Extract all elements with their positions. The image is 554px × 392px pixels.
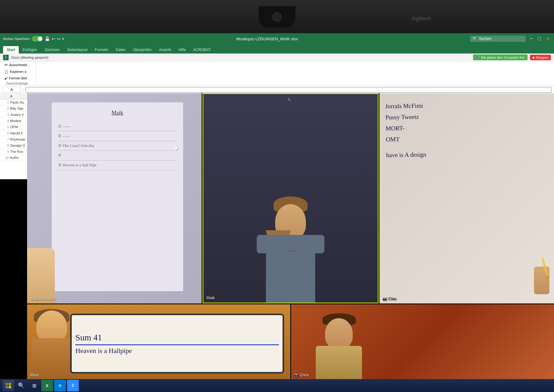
cell-row-4[interactable]: 4 Modest bbox=[0, 118, 27, 124]
start-button[interactable] bbox=[2, 380, 14, 391]
cell-a5: OPM bbox=[10, 125, 18, 129]
maik-name-label: Maik bbox=[207, 295, 215, 300]
redo-icon[interactable]: ↪ bbox=[57, 37, 60, 41]
cell-a3: Justice V bbox=[10, 113, 24, 117]
video-tile-mark: Sum 41 Heaven is a Hallpipe Mark bbox=[27, 304, 290, 380]
chris-name-label: 📷 Chris bbox=[294, 373, 309, 377]
tablet-line-2: Heaven is a Hallpipe bbox=[75, 347, 279, 355]
paper-line-4: ④ bbox=[58, 151, 177, 160]
autosave-toggle[interactable] bbox=[32, 36, 43, 42]
cell-row-10[interactable]: 10 KoRn bbox=[0, 155, 27, 161]
cell-row-1[interactable]: 1 Paolo Nu bbox=[0, 99, 27, 105]
wb-line-5: have is A design bbox=[386, 147, 536, 160]
video-tile-maik: ↖ Maik bbox=[203, 93, 379, 303]
chris-head bbox=[325, 318, 353, 349]
name-box[interactable] bbox=[2, 87, 21, 93]
bottom-video-row: Sum 41 Heaven is a Hallpipe Mark bbox=[27, 304, 554, 380]
stop-sharing-button[interactable]: ■ Stoppen bbox=[530, 55, 551, 60]
chris-figure bbox=[310, 318, 371, 380]
cell-a8: Savage G bbox=[10, 144, 25, 147]
clau-whiteboard: Jorrals McFimi Pussy Tweetz MORT- OMT ha… bbox=[385, 98, 536, 160]
sharing-text: Sie geben den Computer frei. bbox=[481, 56, 525, 59]
cut-button[interactable]: ✂ Ausschneid... bbox=[3, 62, 31, 68]
tab-acrobat[interactable]: ACROBAT bbox=[190, 46, 215, 53]
windows-icon bbox=[5, 382, 11, 389]
undo-icon[interactable]: ↩ bbox=[52, 37, 55, 41]
brand-label: logitech bbox=[412, 15, 431, 22]
mark-tablet: Sum 41 Heaven is a Hallpipe bbox=[70, 314, 284, 374]
zoom-meeting-bar: Z Zoom (Meeting gesperrt) 🔊 Sie geben de… bbox=[0, 53, 554, 61]
webcam-lens bbox=[272, 12, 282, 22]
speaker-icon: 🔊 bbox=[476, 55, 480, 59]
tab-daten[interactable]: Daten bbox=[112, 46, 129, 53]
stop-icon: ■ bbox=[532, 56, 535, 59]
copy-icon: 📋 bbox=[4, 70, 9, 74]
notebook-title: Maik bbox=[58, 107, 177, 119]
webcam-housing bbox=[259, 6, 295, 28]
edge-taskbar-button[interactable]: e bbox=[54, 380, 66, 391]
copy-button[interactable]: 📋 Kopieren ∨ bbox=[3, 69, 28, 74]
row-num-7: 7 bbox=[1, 137, 9, 141]
mark-video-content: Sum 41 Heaven is a Hallpipe bbox=[27, 304, 290, 380]
cell-a1: Paolo Nu bbox=[10, 101, 24, 104]
cell-row-9[interactable]: 9 The Roo bbox=[0, 148, 27, 155]
formula-separator: | bbox=[23, 88, 24, 92]
save-icon[interactable]: 💾 bbox=[45, 36, 50, 41]
row-num-4: 4 bbox=[1, 119, 9, 123]
tab-einfuegen[interactable]: Einfügen bbox=[19, 46, 41, 53]
row-num-3: 3 bbox=[1, 113, 9, 117]
zoom-taskbar-button[interactable]: Z bbox=[67, 380, 79, 391]
cell-row-8[interactable]: 8 Savage G bbox=[0, 142, 27, 148]
chris-video-content bbox=[291, 304, 554, 380]
sharing-indicator: 🔊 Sie geben den Computer frei. bbox=[473, 54, 528, 60]
ribbon-tabs: Start Einfügen Zeichnen Seitenlayout For… bbox=[0, 44, 554, 53]
search-label: Suchen bbox=[479, 37, 492, 41]
tab-start[interactable]: Start bbox=[3, 46, 19, 53]
tab-seitenlayout[interactable]: Seitenlayout bbox=[63, 46, 91, 53]
cell-a9: The Roo bbox=[10, 150, 23, 153]
close-icon[interactable]: ✕ bbox=[544, 35, 551, 42]
clau-video-content: Jorrals McFimi Pussy Tweetz MORT- OMT ha… bbox=[379, 93, 554, 303]
ribbon-content: ✂ Ausschneid... 📋 Kopieren ∨ 🖌 Format üb… bbox=[0, 61, 554, 85]
video-tile-chris: 📷 Chris bbox=[291, 304, 554, 380]
scissors-icon: ✂ bbox=[4, 62, 8, 67]
cell-row-5[interactable]: 5 OPM bbox=[0, 124, 27, 130]
formula-bar: | bbox=[0, 85, 554, 94]
paper-line-5: ⑤ Heaven is a half Pipe bbox=[58, 160, 177, 170]
tab-ueberpruefen[interactable]: Überprüfen bbox=[129, 46, 155, 53]
formula-input[interactable] bbox=[26, 87, 552, 93]
tab-formeln[interactable]: Formeln bbox=[91, 46, 112, 53]
tab-ansicht[interactable]: Ansicht bbox=[155, 46, 175, 53]
maik-head bbox=[275, 204, 306, 240]
cell-row-3[interactable]: 3 Justice V bbox=[0, 112, 27, 118]
format-painter-button[interactable]: 🖌 Format über bbox=[3, 76, 29, 81]
excel-taskbar-button[interactable]: X bbox=[41, 380, 53, 391]
screen: tisches Speichern 💾 ↩ ↪ ▾ Musikquiz-LÖSU… bbox=[0, 33, 554, 392]
svg-rect-0 bbox=[6, 383, 8, 385]
paper-line-2: ② —— bbox=[58, 131, 177, 141]
spreadsheet-sidebar: A 1 Paolo Nu 2 Billy Tale 3 Justice V 4 … bbox=[0, 93, 27, 179]
sam-video-content: Maik ① —— ② —— ③ The Crawl Selectha ④ ⑤ … bbox=[27, 93, 202, 303]
clau-name-label: 📷 Clau bbox=[383, 296, 396, 301]
customize-icon[interactable]: ▾ bbox=[62, 37, 64, 41]
cell-a4: Modest bbox=[10, 119, 21, 123]
search-taskbar-button[interactable]: 🔍 bbox=[15, 380, 27, 391]
cell-row-7[interactable]: 7 Royksopp bbox=[0, 136, 27, 142]
top-video-row: Maik ① —— ② —— ③ The Crawl Selectha ④ ⑤ … bbox=[27, 93, 554, 303]
tab-zeichnen[interactable]: Zeichnen bbox=[41, 46, 63, 53]
taskbar: 🔍 ⊞ X e Z bbox=[0, 379, 554, 392]
row-num-6: 6 bbox=[1, 131, 9, 135]
taskview-button[interactable]: ⊞ bbox=[28, 380, 40, 391]
maximize-icon[interactable]: □ bbox=[536, 35, 542, 42]
cell-row-6[interactable]: 6 Harold F bbox=[0, 130, 27, 136]
minimize-icon[interactable]: − bbox=[529, 35, 534, 42]
row-num-5: 5 bbox=[1, 125, 9, 129]
zoom-video-container: Maik ① —— ② —— ③ The Crawl Selectha ④ ⑤ … bbox=[27, 93, 554, 380]
cam-icon: 📷 bbox=[383, 297, 387, 301]
excel-search[interactable]: 🔍 Suchen bbox=[470, 36, 526, 42]
title-bar-left: tisches Speichern 💾 ↩ ↪ ▾ bbox=[3, 36, 64, 42]
tab-hilfe[interactable]: Hilfe bbox=[175, 46, 190, 53]
maik-video-content bbox=[203, 94, 378, 303]
paper-line-1: ① —— bbox=[58, 122, 177, 132]
cell-row-2[interactable]: 2 Billy Tale bbox=[0, 105, 27, 112]
